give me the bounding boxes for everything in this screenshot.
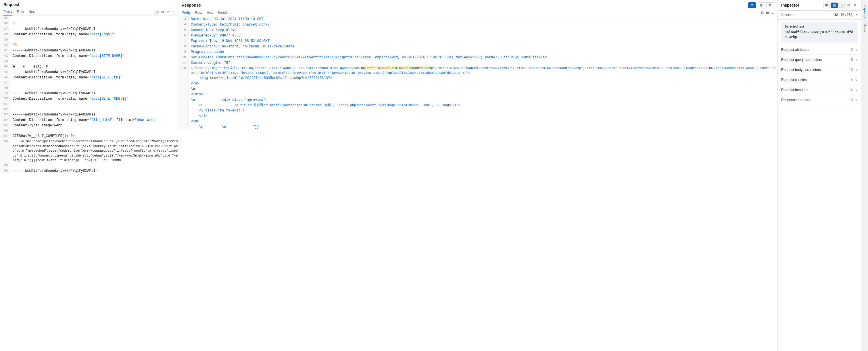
resp-line-8: 8 Cache-Control: no-store, no-cache, mus… bbox=[178, 44, 777, 49]
code-line-59: 59 bbox=[0, 163, 178, 168]
resp-line-end: \n \n "}} bbox=[178, 124, 777, 130]
copy-icon[interactable]: ⧉ bbox=[161, 9, 164, 14]
resp-line-n: \n bbox=[178, 86, 777, 92]
right-sidebar: Inspector Notes bbox=[861, 0, 868, 351]
inspector-toolbar: ⊞ ▤ ≡ bbox=[823, 3, 845, 8]
code-line-55: 55 Content-Type: image/webp bbox=[0, 123, 178, 128]
wrap-icon[interactable]: ln bbox=[166, 10, 169, 14]
view-toggle-list[interactable]: ▤ bbox=[757, 2, 765, 8]
inspector-title: Inspector bbox=[781, 3, 823, 7]
view-toggle-grid[interactable]: ⊞ bbox=[748, 2, 756, 8]
code-line-37: 37 ------WebKitFormBoundaryxw2NFYqlFy0XA… bbox=[0, 26, 178, 32]
code-line-48: 48 bbox=[0, 85, 178, 91]
resp-line-4: 4 Content-Type: text/html; charset=utf-8 bbox=[178, 22, 777, 27]
selection-value: 38 (0x26) bbox=[834, 13, 853, 17]
inspector-section-req-cookies[interactable]: Request cookies 4 ∨ bbox=[778, 75, 861, 85]
resp-line-9: 9 Pragma: no-cache bbox=[178, 49, 777, 55]
inspector-close-btn[interactable]: ✕ bbox=[852, 2, 858, 8]
code-line-35: 35 bbox=[0, 15, 178, 21]
code-line-36: 36 0 bbox=[0, 21, 178, 26]
req-cookies-count: 4 bbox=[851, 78, 853, 82]
response-code: 3 Date: Wed, 03 Jul 2024 15:00:13 GMT 4 … bbox=[178, 17, 777, 351]
code-line-49: 49 ------WebKitFormBoundaryxw2NFYqlFy0XA… bbox=[0, 91, 178, 96]
inspector-grid-btn[interactable]: ⊞ bbox=[823, 3, 830, 8]
resp-line-a2: \n <a title="剪辑图片" href=\"javascript:dr_… bbox=[178, 102, 777, 108]
resp-line-3: 3 Date: Wed, 03 Jul 2024 15:00:13 GMT bbox=[178, 17, 777, 22]
selection-label: Selection bbox=[781, 13, 834, 17]
sidebar-tab-inspector[interactable]: Inspector bbox=[862, 2, 868, 21]
tab-hex-request[interactable]: Hex bbox=[28, 9, 34, 15]
tab-raw-request[interactable]: Raw bbox=[17, 9, 24, 15]
request-code: 35 36 0 37 ------WebKitFormBoundaryxw2NF… bbox=[0, 15, 178, 351]
response-title: Response bbox=[182, 3, 201, 7]
req-query-label: Request query parameters bbox=[781, 58, 851, 62]
resp-line-13: 13 {"code":1,"msg":"上传成功","id":30,"info"… bbox=[178, 65, 777, 75]
code-line-44: 44 æ ç éi¹ç ® bbox=[0, 64, 178, 69]
tab-raw-response[interactable]: Raw bbox=[195, 9, 202, 17]
req-headers-count: 14 bbox=[849, 88, 853, 92]
resp-line-7: 7 Expires: Thu, 19 Nov 1981 08:52:00 GMT bbox=[178, 38, 777, 44]
resp-line-10: 10 Set-Cookie: xunruicms_ffba88e44b8083d… bbox=[178, 55, 777, 60]
sidebar-tab-notes[interactable]: Notes bbox=[862, 21, 868, 34]
resp-line-6: 6 X-Powered-By: PHP/7.4.33 bbox=[178, 33, 777, 38]
view-toggle-split[interactable]: ⊟ bbox=[766, 2, 774, 8]
tab-pretty-request[interactable]: Pretty bbox=[3, 9, 12, 15]
code-line-54: 54 Content-Disposition: form-data; name=… bbox=[0, 117, 178, 123]
resp-line-5: 5 Connection: keep-alive bbox=[178, 27, 777, 33]
inspector-section-resp-headers[interactable]: Response headers 10 ∨ bbox=[778, 95, 861, 105]
selected-text-label: Selected text bbox=[785, 25, 854, 28]
inspector-section-req-query[interactable]: Request query parameters 8 ∨ bbox=[778, 55, 861, 65]
resp-line-11: 11 Content-Length: 797 bbox=[178, 60, 777, 65]
inspector-list-btn[interactable]: ▤ bbox=[831, 3, 838, 8]
resp-headers-label: Response headers bbox=[781, 98, 849, 102]
code-line-58: 58 io:39:"CodeIgniter\Cache\Handlers\Red… bbox=[0, 139, 178, 163]
request-tab-bar: Pretty Raw Hex ⊘ ⧉ ln ≡ bbox=[3, 9, 175, 15]
request-title: Request bbox=[3, 2, 175, 7]
inspector-section-req-headers[interactable]: Request headers 14 ∨ bbox=[778, 85, 861, 95]
response-header: Response ⊞ ▤ ⊟ Pretty Raw Hex Render ⧉ l… bbox=[178, 0, 777, 17]
code-line-57: 57 GIF89a<?=__HALT_COMPILER(); ?> bbox=[0, 133, 178, 139]
inspector-section-req-attributes[interactable]: Request attributes 2 ∨ bbox=[778, 45, 861, 55]
response-tab-bar: Pretty Raw Hex Render ⧉ ln ≡ bbox=[182, 9, 774, 16]
response-panel: Response ⊞ ▤ ⊟ Pretty Raw Hex Render ⧉ l… bbox=[178, 0, 778, 351]
menu-response-icon[interactable]: ≡ bbox=[771, 10, 774, 15]
tab-pretty-response[interactable]: Pretty bbox=[182, 9, 191, 17]
wrap-response-icon[interactable]: ln bbox=[766, 11, 769, 15]
code-line-38: 38 Content-Disposition: form-data; name=… bbox=[0, 32, 178, 37]
tab-render-response[interactable]: Render bbox=[218, 9, 229, 17]
req-headers-chevron-icon: ∨ bbox=[855, 88, 858, 92]
selected-text-box: Selected text uploadfile/202407/a16b35ce… bbox=[781, 22, 858, 42]
inspector-panel: Inspector ⊞ ▤ ≡ ⚙ ✕ Selection 38 (0x26) … bbox=[778, 0, 861, 351]
request-header: Request Pretty Raw Hex ⊘ ⧉ ln ≡ bbox=[0, 0, 178, 15]
resp-line-img: <img src="/uploadfile/202407/a16b35ce90a… bbox=[178, 75, 777, 81]
resp-line-i2: </i> bbox=[178, 113, 777, 119]
req-headers-label: Request headers bbox=[781, 88, 849, 92]
inspector-section-req-body[interactable]: Request body parameters 10 ∨ bbox=[778, 65, 861, 75]
code-line-40: 40 28 bbox=[0, 42, 178, 48]
req-body-label: Request body parameters bbox=[781, 68, 849, 72]
copy-response-icon[interactable]: ⧉ bbox=[761, 10, 764, 15]
code-line-42: 42 Content-Disposition: form-data; name=… bbox=[0, 53, 178, 59]
menu-icon[interactable]: ≡ bbox=[172, 9, 175, 14]
req-attributes-label: Request attributes bbox=[781, 48, 851, 52]
selection-chevron-icon[interactable]: ∧ bbox=[855, 13, 858, 17]
req-body-chevron-icon: ∨ bbox=[855, 68, 858, 72]
tab-hex-response[interactable]: Hex bbox=[207, 9, 213, 17]
req-query-count: 8 bbox=[851, 58, 853, 62]
inspector-align-btn[interactable]: ≡ bbox=[839, 3, 845, 8]
selection-row[interactable]: Selection 38 (0x26) ∧ bbox=[778, 11, 861, 20]
request-panel: Request Pretty Raw Hex ⊘ ⧉ ln ≡ 35 36 0 bbox=[0, 0, 178, 351]
resp-line-div: </div> bbox=[178, 92, 777, 97]
req-query-chevron-icon: ∨ bbox=[855, 58, 858, 62]
code-line-45: 45 ------WebKitFormBoundaryxw2NFYqlFy0XA… bbox=[0, 69, 178, 75]
code-line-43: 43 bbox=[0, 59, 178, 64]
disable-icon[interactable]: ⊘ bbox=[155, 9, 159, 14]
code-line-46: 46 Content-Disposition: form-data; name=… bbox=[0, 75, 178, 80]
req-attributes-count: 2 bbox=[851, 48, 853, 52]
resp-line-mpreview: \n <div class="mpreview"> bbox=[178, 97, 777, 102]
resp-line-a: </a> bbox=[178, 81, 777, 86]
code-line-47: 47 bbox=[0, 80, 178, 85]
selected-text-content: uploadfile/202407/a16b35ce90a dfdd.webp bbox=[785, 30, 854, 40]
resp-headers-count: 10 bbox=[849, 98, 853, 102]
inspector-settings-btn[interactable]: ⚙ bbox=[846, 2, 852, 8]
